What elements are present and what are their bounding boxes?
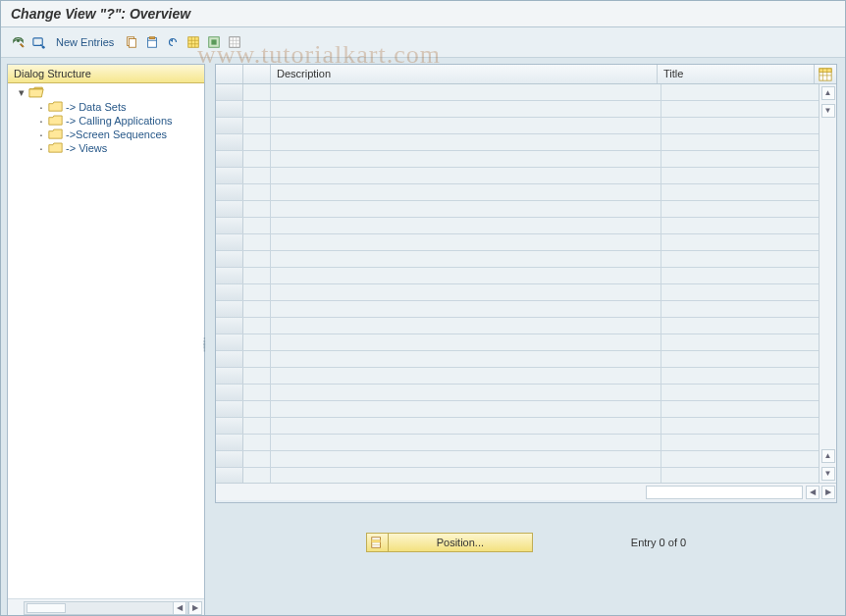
- table-hscrollbar[interactable]: ◀ ▶: [216, 483, 836, 500]
- row-selector[interactable]: [216, 351, 243, 367]
- row-checkbox-cell[interactable]: [243, 184, 271, 200]
- row-selector[interactable]: [216, 284, 243, 300]
- table-vscrollbar[interactable]: ▲ ▼ ▲ ▼: [819, 84, 836, 483]
- sidebar-hscrollbar[interactable]: ◀ ▶: [8, 598, 204, 616]
- row-selector[interactable]: [216, 118, 243, 133]
- scroll-down-icon[interactable]: ▼: [821, 104, 835, 118]
- row-title-cell[interactable]: [661, 318, 819, 334]
- table-row[interactable]: [216, 101, 819, 118]
- row-checkbox-cell[interactable]: [243, 218, 271, 233]
- row-selector[interactable]: [216, 451, 243, 467]
- tree-root[interactable]: ▾: [8, 85, 204, 100]
- tree-item-calling-applications[interactable]: · -> Calling Applications: [8, 114, 204, 128]
- row-selector[interactable]: [216, 368, 243, 384]
- row-checkbox-cell[interactable]: [243, 84, 271, 100]
- row-title-cell[interactable]: [661, 401, 819, 417]
- table-row[interactable]: [216, 134, 819, 151]
- row-title-cell[interactable]: [661, 385, 819, 400]
- table-row[interactable]: [216, 268, 819, 284]
- row-checkbox-cell[interactable]: [243, 351, 271, 367]
- row-description-cell[interactable]: [271, 251, 661, 267]
- row-title-cell[interactable]: [661, 301, 819, 317]
- table-row[interactable]: [216, 318, 819, 334]
- row-checkbox-cell[interactable]: [243, 435, 271, 450]
- undo-change-icon[interactable]: [164, 33, 182, 51]
- row-selector[interactable]: [216, 401, 243, 417]
- row-title-cell[interactable]: [661, 234, 819, 250]
- row-selector[interactable]: [216, 268, 243, 283]
- scroll-up2-icon[interactable]: ▲: [821, 449, 835, 463]
- row-description-cell[interactable]: [271, 318, 661, 334]
- row-selector[interactable]: [216, 251, 243, 267]
- expand-caret-icon[interactable]: ▾: [18, 86, 26, 99]
- row-title-cell[interactable]: [661, 134, 819, 150]
- table-row[interactable]: [216, 334, 819, 351]
- row-checkbox-cell[interactable]: [243, 418, 271, 434]
- position-button[interactable]: Position...: [366, 533, 533, 552]
- row-description-cell[interactable]: [271, 151, 661, 167]
- row-selector[interactable]: [216, 84, 243, 100]
- row-checkbox-cell[interactable]: [243, 284, 271, 300]
- row-selector[interactable]: [216, 385, 243, 400]
- row-checkbox-cell[interactable]: [243, 451, 271, 467]
- row-selector[interactable]: [216, 435, 243, 450]
- toggle-display-change-icon[interactable]: [9, 33, 26, 51]
- row-title-cell[interactable]: [661, 184, 819, 200]
- row-checkbox-cell[interactable]: [243, 201, 271, 217]
- table-row[interactable]: [216, 351, 819, 368]
- table-row[interactable]: [216, 284, 819, 301]
- row-description-cell[interactable]: [271, 234, 661, 250]
- scroll-left-icon[interactable]: ◀: [806, 486, 820, 499]
- delete-icon[interactable]: [143, 33, 161, 51]
- row-selector[interactable]: [216, 168, 243, 183]
- row-description-cell[interactable]: [271, 301, 661, 317]
- row-description-cell[interactable]: [271, 284, 661, 300]
- table-row[interactable]: [216, 218, 819, 234]
- row-title-cell[interactable]: [661, 435, 819, 450]
- table-row[interactable]: [216, 168, 819, 184]
- row-selector[interactable]: [216, 334, 243, 350]
- table-row[interactable]: [216, 468, 819, 483]
- column-header-title[interactable]: Title: [658, 65, 815, 83]
- row-title-cell[interactable]: [661, 468, 819, 483]
- row-description-cell[interactable]: [271, 218, 661, 233]
- table-settings-icon[interactable]: [815, 65, 836, 83]
- table-row[interactable]: [216, 234, 819, 251]
- scroll-right-icon[interactable]: ▶: [821, 486, 835, 499]
- row-selector[interactable]: [216, 318, 243, 334]
- row-selector[interactable]: [216, 301, 243, 317]
- scroll-down2-icon[interactable]: ▼: [821, 467, 835, 481]
- row-description-cell[interactable]: [271, 168, 661, 183]
- table-row[interactable]: [216, 151, 819, 168]
- row-title-cell[interactable]: [661, 418, 819, 434]
- row-title-cell[interactable]: [661, 151, 819, 167]
- row-checkbox-cell[interactable]: [243, 468, 271, 483]
- row-description-cell[interactable]: [271, 184, 661, 200]
- row-description-cell[interactable]: [271, 401, 661, 417]
- row-description-cell[interactable]: [271, 84, 661, 100]
- hscroll-track[interactable]: [646, 486, 803, 499]
- row-checkbox-cell[interactable]: [243, 234, 271, 250]
- row-selector[interactable]: [216, 418, 243, 434]
- row-selector-header[interactable]: [216, 65, 243, 83]
- row-checkbox-cell[interactable]: [243, 368, 271, 384]
- table-row[interactable]: [216, 368, 819, 385]
- row-selector[interactable]: [216, 468, 243, 483]
- row-checkbox-cell[interactable]: [243, 168, 271, 183]
- column-header-description[interactable]: Description: [271, 65, 658, 83]
- checkbox-column-header[interactable]: [243, 65, 271, 83]
- tree-item-screen-sequences[interactable]: · ->Screen Sequences: [8, 128, 204, 141]
- splitter-handle[interactable]: ┇┇┇: [202, 340, 207, 366]
- row-description-cell[interactable]: [271, 468, 661, 483]
- row-description-cell[interactable]: [271, 351, 661, 367]
- row-description-cell[interactable]: [271, 451, 661, 467]
- row-checkbox-cell[interactable]: [243, 268, 271, 283]
- row-description-cell[interactable]: [271, 201, 661, 217]
- row-title-cell[interactable]: [661, 201, 819, 217]
- row-title-cell[interactable]: [661, 218, 819, 233]
- deselect-all-icon[interactable]: [226, 33, 243, 51]
- table-row[interactable]: [216, 418, 819, 435]
- tree-item-views[interactable]: · -> Views: [8, 141, 204, 155]
- row-description-cell[interactable]: [271, 118, 661, 133]
- row-checkbox-cell[interactable]: [243, 301, 271, 317]
